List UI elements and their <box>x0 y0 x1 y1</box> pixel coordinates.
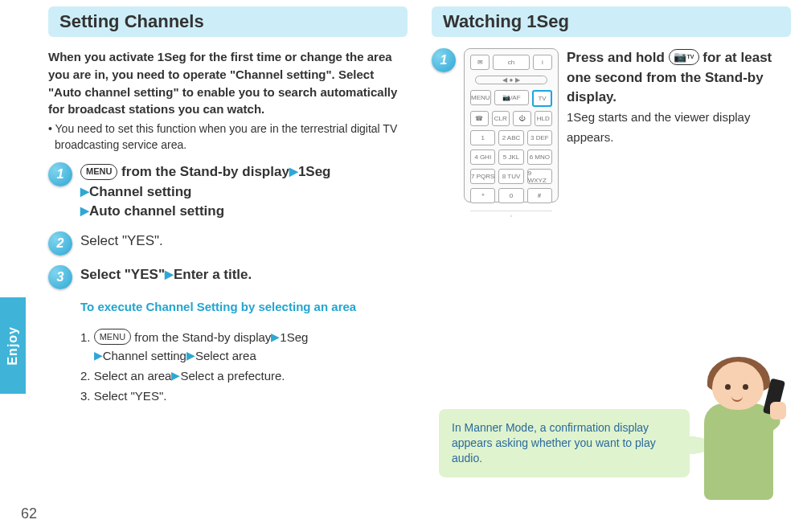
step-body: Select "YES"▶Enter a title. To execute C… <box>80 265 408 417</box>
camera-icon: 📷TV <box>669 49 699 65</box>
chevron-right-icon: ▶ <box>171 369 180 382</box>
sub2-a: Select an area <box>94 369 172 383</box>
camera-tv-sub: TV <box>687 53 694 61</box>
sub1-p1: 1Seg <box>280 330 308 344</box>
intro-note: You need to set this function when you a… <box>55 121 408 153</box>
person-illustration <box>680 357 793 526</box>
remote-key: 7 PQRS <box>470 169 495 184</box>
left-column: Setting Channels When you activate 1Seg … <box>48 0 408 532</box>
list-item: 3. Select "YES". <box>80 387 408 405</box>
speech-bubble: In Manner Mode, a confirmation display a… <box>439 409 690 477</box>
remote-key: 9 WXYZ <box>527 169 552 184</box>
section-title-setting-channels: Setting Channels <box>48 6 408 37</box>
r-line2: 1Seg starts and the viewer display appea… <box>567 110 750 144</box>
remote-key: 6 MNO <box>527 149 552 165</box>
side-tab: Enjoy <box>0 297 26 394</box>
page: Enjoy 62 Setting Channels When you activ… <box>0 0 807 532</box>
remote-menu-row: MENU 📷/AF TV <box>470 90 552 107</box>
sub-num: 3. <box>80 389 91 403</box>
remote-key: i <box>533 55 552 70</box>
person-eye <box>743 384 748 390</box>
remote-camera-key: 📷/AF <box>494 90 530 105</box>
section-title-watching-1seg: Watching 1Seg <box>432 6 791 37</box>
sub1-a: from the Stand-by display <box>131 330 271 344</box>
remote-menu-key: MENU <box>470 90 491 105</box>
remote-clr-key: CLR <box>492 111 510 126</box>
sub-steps-list: 1. MENU from the Stand-by display▶1Seg ▶… <box>80 328 408 406</box>
step-badge: 1 <box>432 48 456 72</box>
list-item: 1. MENU from the Stand-by display▶1Seg ▶… <box>80 328 408 366</box>
chevron-right-icon: ▶ <box>271 330 280 343</box>
step2-text: Select "YES". <box>80 231 408 252</box>
menu-button-icon: MENU <box>94 329 131 345</box>
remote-key: 5 JKL <box>498 149 523 165</box>
remote-key: 4 GHI <box>470 149 495 165</box>
remote-key: ＊ <box>470 188 495 203</box>
chevron-right-icon: ▶ <box>186 349 195 362</box>
sub-num: 2. <box>80 369 91 383</box>
step1-path3: Auto channel setting <box>89 203 224 219</box>
right-step-1: 1 ✉ ch i ◀ ● ▶ MENU 📷/AF TV ☎ CLR ⏻ HL <box>432 48 791 203</box>
sub1-p2: Channel setting <box>103 349 186 362</box>
remote-key: ✉ <box>470 55 490 70</box>
sub3-a: Select "YES". <box>94 389 167 403</box>
step1-text: from the Stand-by display <box>117 164 289 179</box>
steps-list: 1 MENU from the Stand-by display▶1Seg ▶C… <box>48 162 408 417</box>
remote-keypad-row: 7 PQRS 8 TUV 9 WXYZ <box>470 169 552 184</box>
person-body <box>704 403 773 500</box>
step1-path1: 1Seg <box>298 164 331 179</box>
step-2: 2 Select "YES". <box>48 231 408 256</box>
chevron-right-icon: ▶ <box>94 349 103 362</box>
remote-key: 2 ABC <box>498 130 523 145</box>
step-3: 3 Select "YES"▶Enter a title. To execute… <box>48 265 408 417</box>
step1-path2: Channel setting <box>89 184 192 199</box>
remote-tv-key-highlight: TV <box>532 90 552 107</box>
person-hand <box>770 402 786 419</box>
step-badge: 2 <box>48 231 72 256</box>
menu-button-icon: MENU <box>80 164 117 180</box>
chevron-right-icon: ▶ <box>165 268 174 280</box>
remote-key: 8 TUV <box>498 169 523 184</box>
remote-keypad-row: 1 2 ABC 3 DEF <box>470 130 552 145</box>
chevron-right-icon: ▶ <box>289 165 298 178</box>
side-tab-label: Enjoy <box>6 326 20 366</box>
sub2-p1: Select a prefecture. <box>180 369 285 383</box>
step3-text-b: Enter a title. <box>174 267 252 282</box>
sub-steps-title: To execute Channel Setting by selecting … <box>80 298 408 316</box>
speech-bubble-text: In Manner Mode, a confirmation display a… <box>452 421 656 464</box>
remote-hold-key: HLD <box>535 111 553 126</box>
remote-dpad-top: ch <box>493 55 530 70</box>
step3-text-a: Select "YES" <box>80 267 165 282</box>
sub-num: 1. <box>80 330 91 344</box>
chevron-right-icon: ▶ <box>80 185 89 198</box>
page-number: 62 <box>21 505 37 522</box>
remote-keypad-row: ＊ 0 ＃ <box>470 188 552 203</box>
person-eye <box>725 384 731 390</box>
step-badge: 3 <box>48 265 72 289</box>
list-item: 2. Select an area▶Select a prefecture. <box>80 366 408 385</box>
helper-illustration: In Manner Mode, a confirmation display a… <box>439 349 793 526</box>
remote-power-key: ⏻ <box>513 111 531 126</box>
remote-top-row: ✉ ch i <box>470 55 552 70</box>
person-head <box>712 362 764 410</box>
r-line1-a: Press and hold <box>567 50 669 65</box>
remote-keypad-row: 4 GHI 5 JKL 6 MNO <box>470 149 552 165</box>
right-step-text: Press and hold 📷TV for at least one seco… <box>567 48 791 147</box>
remote-key: 1 <box>470 130 495 145</box>
remote-key: ＃ <box>527 188 552 203</box>
step-badge: 1 <box>48 162 72 186</box>
camera-glyph: 📷 <box>674 50 686 65</box>
remote-key: ☎ <box>470 111 489 126</box>
remote-key: 0 <box>498 188 523 203</box>
remote-dpad: ◀ ● ▶ <box>475 76 547 84</box>
chevron-right-icon: ▶ <box>80 204 89 217</box>
sub1-p3: Select area <box>195 349 256 362</box>
remote-illustration: ✉ ch i ◀ ● ▶ MENU 📷/AF TV ☎ CLR ⏻ HLD <box>464 48 559 203</box>
remote-clr-row: ☎ CLR ⏻ HLD <box>470 111 552 126</box>
intro-text: When you activate 1Seg for the first tim… <box>48 48 408 118</box>
remote-bottom: ◦ <box>470 211 552 220</box>
step-1: 1 MENU from the Stand-by display▶1Seg ▶C… <box>48 162 408 222</box>
step-body: MENU from the Stand-by display▶1Seg ▶Cha… <box>80 162 408 222</box>
remote-key: 3 DEF <box>527 130 552 145</box>
